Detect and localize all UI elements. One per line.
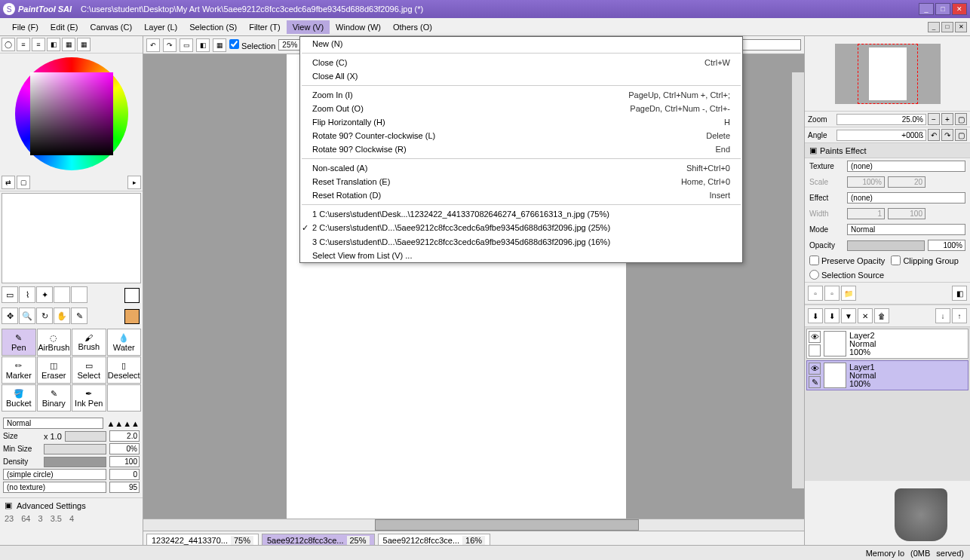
tool-water[interactable]: 💧Water: [107, 329, 142, 356]
eyedropper-icon[interactable]: ✎: [71, 308, 87, 324]
menu-others[interactable]: Others (O): [387, 20, 438, 34]
transfer-down-icon[interactable]: ⬇: [808, 308, 823, 323]
tool-pen[interactable]: ✎Pen: [2, 329, 36, 356]
invert-icon[interactable]: ◧: [196, 38, 210, 52]
clipping-group-checkbox[interactable]: Clipping Group: [891, 256, 958, 265]
color-wheel[interactable]: [0, 54, 143, 174]
menu-item-zoom-in[interactable]: Zoom In (I)PageUp, Ctrl+Num +, Ctrl+;: [300, 88, 742, 102]
menu-item-new[interactable]: New (N): [300, 37, 742, 50]
menu-window[interactable]: Window (W): [330, 20, 387, 34]
selection-source-radio[interactable]: Selection Source: [809, 270, 884, 280]
rotate-reset-button[interactable]: ▢: [955, 129, 967, 141]
undo-icon[interactable]: ↶: [146, 38, 160, 52]
size-slider[interactable]: [65, 431, 106, 442]
rotate-right-button[interactable]: ↷: [941, 129, 953, 141]
size-value[interactable]: 2.0: [109, 430, 140, 442]
tool-select[interactable]: ▭Select: [72, 357, 106, 384]
rect-select-icon[interactable]: ▭: [2, 286, 18, 303]
fg-bg-colors[interactable]: [123, 286, 141, 304]
edit-icon[interactable]: ✎: [809, 376, 821, 388]
tool-empty[interactable]: [107, 384, 142, 412]
menu-item-zoom-out[interactable]: Zoom Out (O)PageDn, Ctrl+Num -, Ctrl+-: [300, 102, 742, 115]
close-button[interactable]: ✕: [952, 3, 967, 15]
angle-value[interactable]: +000ß: [836, 130, 926, 141]
deselect-icon[interactable]: ▭: [180, 38, 193, 52]
doc-minimize-button[interactable]: _: [928, 22, 940, 32]
tool-airbrush[interactable]: ◌AirBrush: [37, 329, 72, 356]
minsize-value[interactable]: 0%: [109, 443, 140, 454]
layer-item[interactable]: 👁 Layer2Normal100%: [806, 329, 968, 359]
visibility-icon[interactable]: 👁: [809, 331, 821, 343]
menu-item-nonscaled[interactable]: Non-scaled (A)Shift+Ctrl+0: [300, 161, 742, 175]
menu-item-rotate-ccw[interactable]: Rotate 90? Counter-clockwise (L)Delete: [300, 129, 742, 142]
swap-colors-icon[interactable]: ⇄: [2, 176, 15, 189]
horizontal-scrollbar[interactable]: [143, 519, 804, 531]
menu-file[interactable]: File (F): [6, 20, 45, 34]
trash-icon[interactable]: [895, 488, 947, 541]
lasso-icon[interactable]: ⌇: [19, 286, 35, 303]
apply-mask-icon[interactable]: ↓: [935, 308, 950, 323]
menu-item-doc2[interactable]: ✓2 C:\users\student\D...\5aee9212c8fcc3c…: [300, 221, 742, 235]
layer-mode-select[interactable]: Normal: [847, 224, 965, 235]
opacity-value[interactable]: 100%: [928, 240, 965, 251]
new-folder-icon[interactable]: 📁: [841, 286, 856, 301]
menu-canvas[interactable]: Canvas (C): [84, 20, 139, 34]
color-wheel-icon[interactable]: ◯: [2, 38, 15, 51]
maximize-button[interactable]: □: [935, 3, 950, 15]
layer-item[interactable]: 👁✎ Layer1Normal100%: [806, 360, 968, 390]
menu-item-reset-translation[interactable]: Reset Translation (E)Home, Ctrl+0: [300, 175, 742, 188]
menu-item-rotate-cw[interactable]: Rotate 90? Clockwise (R)End: [300, 142, 742, 156]
merge-down-icon[interactable]: ⬇: [824, 308, 840, 323]
menu-item-close[interactable]: Close (C)Ctrl+W: [300, 56, 742, 69]
flatten-icon[interactable]: ▼: [841, 308, 856, 323]
brush-shape-select[interactable]: (simple circle): [3, 469, 106, 480]
minsize-slider[interactable]: [44, 444, 106, 454]
doc-restore-button[interactable]: □: [941, 22, 953, 32]
advanced-settings[interactable]: Advanced Settings: [17, 501, 86, 510]
zoom-out-button[interactable]: −: [928, 113, 940, 125]
transparent-icon[interactable]: ▢: [17, 176, 30, 189]
doc-close-button[interactable]: ✕: [955, 22, 967, 32]
navigator[interactable]: [805, 36, 970, 112]
new-linework-icon[interactable]: ▫: [824, 286, 840, 301]
minimize-button[interactable]: _: [919, 3, 934, 15]
blend-mode-select[interactable]: Normal: [3, 418, 103, 429]
effect-select[interactable]: (none): [847, 192, 965, 203]
opacity-slider[interactable]: [847, 240, 925, 251]
menu-item-flip-h[interactable]: Flip Horizontally (H)H: [300, 115, 742, 129]
hand-icon[interactable]: ✋: [54, 308, 70, 324]
color-hsv-icon[interactable]: ≡: [32, 38, 45, 51]
rotate-left-button[interactable]: ↶: [928, 129, 940, 141]
collapse-icon[interactable]: ▣: [809, 145, 817, 155]
visibility-icon[interactable]: 👁: [809, 363, 821, 375]
zoom-in-button[interactable]: +: [941, 113, 953, 125]
menu-edit[interactable]: Edit (E): [45, 20, 84, 34]
tool-deselect[interactable]: ▯Deselect: [107, 357, 142, 384]
swatches-icon[interactable]: ▦: [62, 38, 75, 51]
menu-item-reset-rotation[interactable]: Reset Rotation (D)Insert: [300, 188, 742, 202]
move-icon[interactable]: ✥: [2, 308, 18, 324]
vertical-scrollbar[interactable]: [792, 72, 804, 488]
menu-item-select-from-list[interactable]: Select View from List (V) ...: [300, 249, 742, 262]
tool-brush[interactable]: 🖌Brush: [72, 329, 106, 356]
density-value[interactable]: 100: [109, 456, 140, 467]
wand-icon[interactable]: ✦: [36, 286, 53, 303]
brush-texture-select[interactable]: (no texture): [3, 482, 106, 493]
zoom-icon[interactable]: 🔍: [19, 308, 35, 324]
blank-tool-2[interactable]: [71, 286, 87, 303]
expand-icon[interactable]: ▣: [5, 500, 12, 510]
new-layer-icon[interactable]: ▫: [808, 286, 823, 301]
blank-tool[interactable]: [54, 286, 70, 303]
scratchpad-icon[interactable]: ▦: [77, 38, 91, 51]
menu-layer[interactable]: Layer (L): [138, 20, 183, 34]
menu-item-close-all[interactable]: Close All (X): [300, 69, 742, 83]
expand-icon[interactable]: ▸: [127, 176, 141, 189]
tool-eraser[interactable]: ◫Eraser: [37, 357, 72, 384]
preserve-opacity-checkbox[interactable]: Preserve Opacity: [809, 256, 885, 265]
texture-select[interactable]: (none): [847, 161, 965, 172]
zoom-reset-button[interactable]: ▢: [955, 113, 967, 125]
show-sel-icon[interactable]: ▦: [213, 38, 226, 52]
color-rgb-icon[interactable]: ≡: [17, 38, 30, 51]
color-mixer-icon[interactable]: ◧: [47, 38, 60, 51]
scratchpad[interactable]: [2, 193, 141, 283]
